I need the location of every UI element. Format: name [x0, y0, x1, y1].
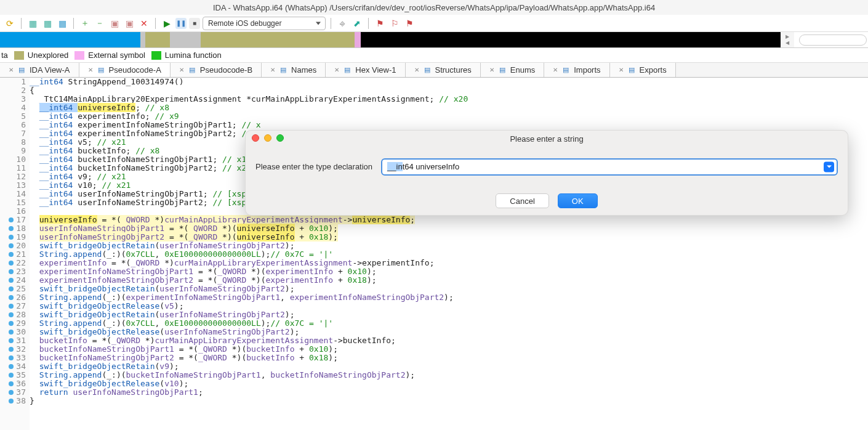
breakpoint-icon[interactable] — [9, 278, 14, 283]
close-tab-icon[interactable]: ✕ — [334, 67, 339, 73]
line-number[interactable]: 28 — [0, 310, 26, 319]
line-number[interactable]: 32 — [0, 345, 26, 354]
line-number[interactable]: 9 — [0, 147, 26, 155]
code-line[interactable]: userInfoNameStringObjPart1 = *(_QWORD *)… — [30, 224, 868, 233]
line-number[interactable]: 20 — [0, 241, 26, 250]
zoom-icon[interactable] — [276, 134, 284, 142]
code-line[interactable]: __int64 StringAppend_100314974() — [30, 78, 868, 86]
breakpoint-icon[interactable] — [9, 261, 14, 266]
nav-segment[interactable] — [0, 32, 140, 47]
code-line[interactable]: return userInfoNameStringObjPart1; — [30, 388, 868, 397]
reload-icon[interactable]: ⟳ — [4, 17, 16, 30]
line-number[interactable]: 10 — [0, 155, 26, 164]
breakpoint-icon[interactable] — [9, 399, 14, 404]
breakpoint-icon[interactable] — [9, 235, 14, 240]
toolbar-icon[interactable]: ⎆ — [336, 17, 348, 30]
toolbar-icon[interactable]: ▦ — [26, 17, 39, 30]
line-number[interactable]: 16 — [0, 207, 26, 216]
line-number[interactable]: 21 — [0, 250, 26, 259]
close-icon[interactable] — [252, 134, 259, 142]
toolbar-icon[interactable]: ▦ — [56, 17, 68, 30]
line-number[interactable]: 11 — [0, 164, 26, 172]
stop-icon[interactable]: ■ — [189, 18, 200, 29]
code-line[interactable]: bucketInfoNameStringObjPart2 = *(_QWORD … — [30, 354, 868, 362]
line-number[interactable]: 36 — [0, 379, 26, 388]
code-line[interactable]: bucketInfoNameStringObjPart1 = *(_QWORD … — [30, 345, 868, 354]
line-number[interactable]: 33 — [0, 354, 26, 362]
line-number[interactable]: 6 — [0, 121, 26, 129]
breakpoint-icon[interactable] — [9, 390, 14, 395]
breakpoint-icon[interactable] — [9, 330, 14, 335]
tab-pseudocode-b[interactable]: ✕▤Pseudocode-B — [171, 63, 262, 77]
code-line[interactable]: universeInfo = *(_QWORD *)curMainAppLibr… — [30, 216, 868, 224]
pause-icon[interactable]: ❚❚ — [175, 18, 187, 29]
breakpoint-icon[interactable] — [9, 217, 14, 222]
zoom-in-icon[interactable]: ＋ — [79, 17, 91, 30]
code-line[interactable]: swift_bridgeObjectRelease(v10); — [30, 379, 868, 388]
run-icon[interactable]: ▶ — [161, 17, 173, 30]
line-number[interactable]: 2 — [0, 86, 26, 95]
code-line[interactable]: _TtC14MainAppLibrary20ExperimentAssignme… — [30, 95, 868, 103]
breakpoint-icon[interactable] — [9, 373, 14, 378]
ok-button[interactable]: OK — [558, 193, 598, 208]
code-line[interactable]: __int64 experimentInfoNameStringObjPart1… — [30, 121, 868, 129]
cancel-button[interactable]: Cancel — [496, 193, 549, 208]
code-line[interactable]: experimentInfoNameStringObjPart1 = *(_QW… — [30, 267, 868, 276]
line-number[interactable]: 8 — [0, 138, 26, 147]
minimize-icon[interactable] — [264, 134, 271, 142]
breakpoint-icon[interactable] — [9, 243, 14, 248]
code-line[interactable]: String.append(_:)(experimentInfoNameStri… — [30, 293, 868, 302]
breakpoint-icon[interactable] — [9, 304, 14, 309]
line-number[interactable]: 19 — [0, 233, 26, 241]
line-number[interactable]: 25 — [0, 285, 26, 293]
code-line[interactable]: experimentInfo = *(_QWORD *)curMainAppLi… — [30, 259, 868, 267]
line-number[interactable]: 13 — [0, 181, 26, 190]
toolbar-icon[interactable]: ⬈ — [351, 17, 363, 30]
line-number[interactable]: 34 — [0, 362, 26, 371]
code-line[interactable]: __int64 experimentInfo; // x9 — [30, 112, 868, 121]
nav-segment[interactable] — [355, 32, 361, 47]
navigation-overview[interactable]: ▶◀ — [0, 32, 868, 48]
tab-structures[interactable]: ✕▤Structures — [406, 63, 481, 77]
breakpoint-icon[interactable] — [9, 338, 14, 343]
code-line[interactable]: swift_bridgeObjectRetain(userInfoNameStr… — [30, 241, 868, 250]
code-line[interactable]: String.append(_:)(0x7CLL, 0xE10000000000… — [30, 319, 868, 328]
code-line[interactable]: userInfoNameStringObjPart2 = *(_QWORD *)… — [30, 233, 868, 241]
line-number[interactable]: 22 — [0, 259, 26, 267]
code-line[interactable]: experimentInfoNameStringObjPart2 = *(_QW… — [30, 276, 868, 285]
nav-segment[interactable] — [145, 32, 170, 47]
code-line[interactable]: swift_bridgeObjectRetain(v9); — [30, 362, 868, 371]
code-line[interactable]: swift_bridgeObjectRetain(userInfoNameStr… — [30, 310, 868, 319]
line-number[interactable]: 7 — [0, 129, 26, 138]
breakpoint-icon[interactable] — [9, 286, 14, 291]
code-line[interactable]: String.append(_:)(0x7CLL, 0xE10000000000… — [30, 250, 868, 259]
toolbar-icon[interactable]: ▣ — [123, 17, 135, 30]
breakpoint-icon[interactable] — [9, 364, 14, 369]
nav-segment[interactable] — [140, 32, 145, 47]
code-line[interactable]: swift_bridgeObjectRelease(v5); — [30, 302, 868, 310]
line-number[interactable]: 38 — [0, 397, 26, 405]
close-tab-icon[interactable]: ✕ — [270, 67, 275, 73]
breakpoint-icon[interactable] — [9, 347, 14, 352]
toolbar-icon[interactable]: ▣ — [108, 17, 121, 30]
nav-segment[interactable] — [201, 32, 355, 47]
line-number[interactable]: 24 — [0, 276, 26, 285]
line-number[interactable]: 5 — [0, 112, 26, 121]
line-number[interactable]: 26 — [0, 293, 26, 302]
tab-ida-view-a[interactable]: ✕▤IDA View-A — [0, 63, 79, 77]
breakpoint-icon[interactable] — [9, 295, 14, 300]
line-number[interactable]: 27 — [0, 302, 26, 310]
nav-segment[interactable] — [170, 32, 201, 47]
line-number[interactable]: 31 — [0, 336, 26, 345]
toolbar-icon[interactable]: ▦ — [41, 17, 54, 30]
tab-names[interactable]: ✕▤Names — [262, 63, 326, 77]
toolbar-icon[interactable]: ⚑ — [403, 17, 416, 30]
nav-arrows[interactable]: ▶◀ — [781, 32, 794, 47]
breakpoint-icon[interactable] — [9, 252, 14, 257]
delete-icon[interactable]: ✕ — [138, 17, 150, 30]
tab-pseudocode-a[interactable]: ✕▤Pseudocode-A — [79, 63, 171, 77]
line-number[interactable]: 14 — [0, 190, 26, 198]
line-number[interactable]: 37 — [0, 388, 26, 397]
breakpoint-icon[interactable] — [9, 226, 14, 231]
line-number[interactable]: 3 — [0, 95, 26, 103]
